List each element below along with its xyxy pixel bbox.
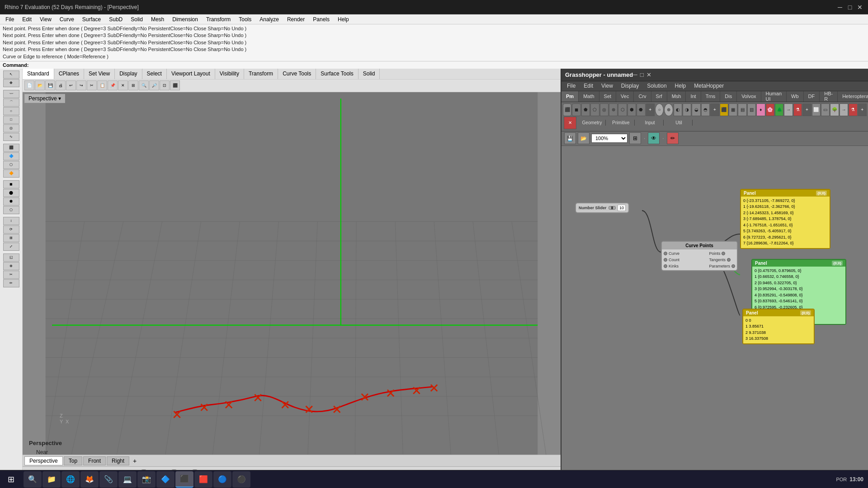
surface-tool-2[interactable]: 🔷 xyxy=(3,152,19,160)
viewport-label[interactable]: Perspective ▾ xyxy=(24,94,65,103)
gh-icon-util-1[interactable]: ⬜ xyxy=(812,103,821,116)
zoom-out-btn[interactable]: 🔎 xyxy=(149,80,159,90)
tab-display[interactable]: Display xyxy=(115,69,142,79)
gh-menu-file[interactable]: File xyxy=(563,82,579,90)
gh-icon-util-5[interactable]: ⚗ xyxy=(849,103,857,116)
gh-menu-help[interactable]: Help xyxy=(671,82,690,90)
gh-icon-prim-add[interactable]: + xyxy=(710,103,719,116)
gh-menu-solution[interactable]: Solution xyxy=(643,82,670,90)
gh-tab-math[interactable]: Math xyxy=(579,91,599,102)
menu-analyze[interactable]: Analyze xyxy=(256,15,283,23)
solid-tool-2[interactable]: ⬤ xyxy=(3,189,19,197)
gh-menu-metahopper[interactable]: MetaHopper xyxy=(690,82,727,90)
taskbar-app3[interactable]: 🔷 xyxy=(156,471,175,488)
misc-tool-2[interactable]: ⊕ xyxy=(3,262,19,270)
gh-icon-input-5[interactable]: ♦ xyxy=(756,103,765,116)
gh-tab-human-ui[interactable]: Human UI xyxy=(761,91,787,102)
panel-points[interactable]: Panel {0;0} 0 {-23.371105, -7.869272, 0}… xyxy=(740,189,830,249)
gh-icon-prim-3[interactable]: ◐ xyxy=(674,103,682,116)
delete-btn[interactable]: ✕ xyxy=(118,80,128,90)
tab-solid[interactable]: Solid xyxy=(359,69,380,79)
maximize-button[interactable]: □ xyxy=(846,4,854,11)
open-btn[interactable]: 📂 xyxy=(35,80,45,90)
gh-minimize-btn[interactable]: ─ xyxy=(633,71,637,78)
solid-tool-1[interactable]: ◼ xyxy=(3,180,19,188)
gh-icon-input-9[interactable]: ⚗ xyxy=(793,103,802,116)
menu-transform[interactable]: Transform xyxy=(203,15,234,23)
gh-icon-input-3[interactable]: ▤ xyxy=(738,103,746,116)
curve-tool-6[interactable]: ∿ xyxy=(3,133,19,141)
redo-btn[interactable]: ↪ xyxy=(76,80,86,90)
gh-icon-input-1[interactable]: ⬛ xyxy=(720,103,728,116)
menu-curve[interactable]: Curve xyxy=(56,15,78,23)
gh-tab-pm[interactable]: Pm xyxy=(561,91,579,102)
menu-mesh[interactable]: Mesh xyxy=(147,15,168,23)
taskbar-files[interactable]: 📁 xyxy=(42,471,61,488)
new-file-btn[interactable]: 📄 xyxy=(24,80,34,90)
misc-tool-1[interactable]: ◱ xyxy=(3,253,19,262)
transform-tool-4[interactable]: ⤢ xyxy=(3,243,19,251)
gh-grid-btn[interactable]: ⊞ xyxy=(629,132,641,144)
tab-transform[interactable]: Transform xyxy=(244,69,278,79)
menu-tools[interactable]: Tools xyxy=(235,15,255,23)
gh-open-btn[interactable]: 📂 xyxy=(578,132,590,144)
print-btn[interactable]: 🖨 xyxy=(56,80,66,90)
gh-tab-crv[interactable]: Crv xyxy=(634,91,651,102)
misc-tool-4[interactable]: ✏ xyxy=(3,279,19,287)
misc-tool-3[interactable]: ✂ xyxy=(3,271,19,279)
gh-tab-vec[interactable]: Vec xyxy=(616,91,634,102)
gh-maximize-btn[interactable]: □ xyxy=(640,71,644,78)
menu-help[interactable]: Help xyxy=(334,15,353,23)
add-viewport-tab-button[interactable]: + xyxy=(130,456,139,465)
menu-solid[interactable]: Solid xyxy=(127,15,146,23)
undo-btn[interactable]: ↩ xyxy=(66,80,76,90)
gh-icon-prim-6[interactable]: ◓ xyxy=(701,103,710,116)
gh-menu-edit[interactable]: Edit xyxy=(580,82,597,90)
cut-btn[interactable]: ✂ xyxy=(87,80,97,90)
gh-icon-geom-6[interactable]: ⊛ xyxy=(609,103,618,116)
viewport-tab-front[interactable]: Front xyxy=(83,456,106,465)
slider-track[interactable] xyxy=(609,206,616,210)
menu-view[interactable]: View xyxy=(36,15,55,23)
output-tangents-port[interactable] xyxy=(727,258,731,262)
gh-icon-geom-4[interactable]: ⬠ xyxy=(590,103,599,116)
viewport-tab-right[interactable]: Right xyxy=(107,456,129,465)
menu-edit[interactable]: Edit xyxy=(19,15,35,23)
gh-icon-input-6[interactable]: 🌸 xyxy=(766,103,774,116)
gh-icon-geom-9[interactable]: ⬣ xyxy=(637,103,645,116)
zoom-in-btn[interactable]: 🔍 xyxy=(139,80,149,90)
gh-tab-df[interactable]: DF xyxy=(804,91,820,102)
gh-icon-geom-1[interactable]: ⬛ xyxy=(563,103,571,116)
gh-icon-geom-5[interactable]: ◎ xyxy=(600,103,609,116)
transform-tool-2[interactable]: ⟳ xyxy=(3,225,19,234)
menu-subd[interactable]: SubD xyxy=(105,15,126,23)
input-curve-port[interactable] xyxy=(664,252,667,255)
solid-tool-4[interactable]: ⬠ xyxy=(3,206,19,214)
gh-icon-util-2[interactable]: ▭ xyxy=(821,103,830,116)
menu-file[interactable]: File xyxy=(2,15,18,23)
panel-parameters[interactable]: Panel {0;0} 0 0 1 3.85671 2 9.371038 3 1… xyxy=(742,309,815,344)
save-btn[interactable]: 💾 xyxy=(45,80,55,90)
gh-icon-prim-2[interactable]: ⊕ xyxy=(664,103,673,116)
select-tool[interactable]: ↖ xyxy=(3,70,19,79)
gh-save-btn[interactable]: 💾 xyxy=(564,132,576,144)
gh-icon-util-4[interactable]: → xyxy=(840,103,848,116)
gh-icon-input-7[interactable]: 🌲 xyxy=(775,103,783,116)
transform-tool-3[interactable]: ⊞ xyxy=(3,234,19,242)
gh-tab-trns[interactable]: Trns xyxy=(701,91,721,102)
gh-icon-util-add[interactable]: + xyxy=(858,103,867,116)
curve-points-node[interactable]: Curve Points Curve Count xyxy=(661,241,738,271)
gh-icon-prim-4[interactable]: ◑ xyxy=(683,103,691,116)
taskbar-edge[interactable]: 🌐 xyxy=(61,471,80,488)
viewport-tab-perspective[interactable]: Perspective xyxy=(24,456,63,465)
start-button[interactable]: ⊞ xyxy=(0,470,22,488)
render-btn[interactable]: ⬛ xyxy=(170,80,180,90)
input-kinks-port[interactable] xyxy=(664,264,667,268)
gh-icon-geom-add[interactable]: + xyxy=(646,103,655,116)
gh-canvas[interactable]: Number Slider 10 Curve Points xyxy=(561,146,868,474)
gh-close-btn[interactable]: ✕ xyxy=(646,71,651,78)
gh-icon-input-2[interactable]: ▦ xyxy=(729,103,737,116)
number-slider-node[interactable]: Number Slider 10 xyxy=(575,202,629,213)
menu-panels[interactable]: Panels xyxy=(309,15,333,23)
transform-tool-1[interactable]: ↕ xyxy=(3,217,19,225)
